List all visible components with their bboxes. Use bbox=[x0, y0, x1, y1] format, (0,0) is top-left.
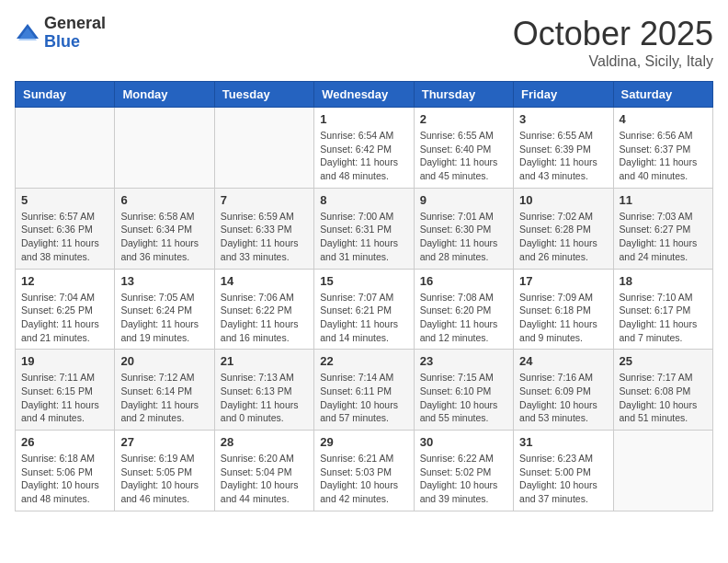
day-info: Sunrise: 6:57 AMSunset: 6:36 PMDaylight:… bbox=[21, 210, 108, 264]
day-number: 17 bbox=[519, 274, 607, 288]
day-info: Sunrise: 7:01 AMSunset: 6:30 PMDaylight:… bbox=[420, 210, 507, 264]
title-section: October 2025 Valdina, Sicily, Italy bbox=[513, 15, 713, 70]
calendar-cell: 5Sunrise: 6:57 AMSunset: 6:36 PMDaylight… bbox=[16, 188, 115, 269]
calendar-cell: 13Sunrise: 7:05 AMSunset: 6:24 PMDayligh… bbox=[115, 269, 214, 350]
calendar-cell: 10Sunrise: 7:02 AMSunset: 6:28 PMDayligh… bbox=[514, 188, 613, 269]
logo-general: General bbox=[44, 14, 106, 32]
calendar-cell: 6Sunrise: 6:58 AMSunset: 6:34 PMDaylight… bbox=[115, 188, 214, 269]
day-number: 31 bbox=[519, 435, 607, 449]
calendar-cell: 17Sunrise: 7:09 AMSunset: 6:18 PMDayligh… bbox=[514, 269, 613, 350]
day-info: Sunrise: 7:09 AMSunset: 6:18 PMDaylight:… bbox=[519, 291, 607, 345]
day-header-thursday: Thursday bbox=[414, 82, 513, 108]
calendar-cell bbox=[115, 108, 214, 189]
day-info: Sunrise: 7:04 AMSunset: 6:25 PMDaylight:… bbox=[21, 291, 108, 345]
day-info: Sunrise: 6:56 AMSunset: 6:37 PMDaylight:… bbox=[620, 129, 707, 183]
day-number: 20 bbox=[120, 354, 208, 368]
day-info: Sunrise: 6:55 AMSunset: 6:39 PMDaylight:… bbox=[519, 129, 607, 183]
calendar-cell: 11Sunrise: 7:03 AMSunset: 6:27 PMDayligh… bbox=[613, 188, 712, 269]
calendar-cell: 15Sunrise: 7:07 AMSunset: 6:21 PMDayligh… bbox=[314, 269, 414, 350]
day-number: 29 bbox=[320, 435, 407, 449]
calendar-cell: 18Sunrise: 7:10 AMSunset: 6:17 PMDayligh… bbox=[613, 269, 712, 350]
day-info: Sunrise: 6:19 AMSunset: 5:05 PMDaylight:… bbox=[120, 452, 208, 506]
page-header: General Blue October 2025 Valdina, Sicil… bbox=[15, 15, 713, 70]
day-number: 3 bbox=[519, 112, 607, 126]
calendar-week-row: 26Sunrise: 6:18 AMSunset: 5:06 PMDayligh… bbox=[16, 431, 713, 511]
day-number: 5 bbox=[21, 193, 108, 207]
day-number: 14 bbox=[221, 274, 308, 288]
day-info: Sunrise: 6:18 AMSunset: 5:06 PMDaylight:… bbox=[21, 452, 108, 506]
calendar-cell: 27Sunrise: 6:19 AMSunset: 5:05 PMDayligh… bbox=[115, 431, 214, 511]
calendar-cell: 4Sunrise: 6:56 AMSunset: 6:37 PMDaylight… bbox=[613, 108, 712, 189]
day-number: 30 bbox=[420, 435, 507, 449]
day-number: 2 bbox=[420, 112, 507, 126]
day-info: Sunrise: 7:02 AMSunset: 6:28 PMDaylight:… bbox=[519, 210, 607, 264]
day-header-sunday: Sunday bbox=[16, 82, 115, 108]
day-number: 28 bbox=[221, 435, 308, 449]
calendar-week-row: 19Sunrise: 7:11 AMSunset: 6:15 PMDayligh… bbox=[16, 350, 713, 431]
day-info: Sunrise: 6:20 AMSunset: 5:04 PMDaylight:… bbox=[221, 452, 308, 506]
calendar-cell bbox=[214, 108, 313, 189]
day-number: 9 bbox=[420, 193, 507, 207]
day-number: 1 bbox=[320, 112, 407, 126]
calendar-cell: 26Sunrise: 6:18 AMSunset: 5:06 PMDayligh… bbox=[16, 431, 115, 511]
day-info: Sunrise: 7:15 AMSunset: 6:10 PMDaylight:… bbox=[420, 371, 507, 425]
day-number: 25 bbox=[620, 354, 707, 368]
calendar-week-row: 1Sunrise: 6:54 AMSunset: 6:42 PMDaylight… bbox=[16, 108, 713, 189]
day-info: Sunrise: 7:13 AMSunset: 6:13 PMDaylight:… bbox=[221, 371, 308, 425]
day-info: Sunrise: 7:16 AMSunset: 6:09 PMDaylight:… bbox=[519, 371, 607, 425]
calendar-cell: 25Sunrise: 7:17 AMSunset: 6:08 PMDayligh… bbox=[613, 350, 712, 431]
day-info: Sunrise: 6:55 AMSunset: 6:40 PMDaylight:… bbox=[420, 129, 507, 183]
logo-icon bbox=[15, 20, 40, 46]
day-number: 26 bbox=[21, 435, 108, 449]
day-number: 24 bbox=[519, 354, 607, 368]
calendar-cell: 29Sunrise: 6:21 AMSunset: 5:03 PMDayligh… bbox=[314, 431, 414, 511]
day-info: Sunrise: 7:07 AMSunset: 6:21 PMDaylight:… bbox=[320, 291, 407, 345]
calendar-cell: 24Sunrise: 7:16 AMSunset: 6:09 PMDayligh… bbox=[514, 350, 613, 431]
day-number: 8 bbox=[320, 193, 407, 207]
calendar-cell: 14Sunrise: 7:06 AMSunset: 6:22 PMDayligh… bbox=[214, 269, 313, 350]
month-title: October 2025 bbox=[513, 15, 713, 53]
calendar-cell: 8Sunrise: 7:00 AMSunset: 6:31 PMDaylight… bbox=[314, 188, 414, 269]
calendar-table: SundayMondayTuesdayWednesdayThursdayFrid… bbox=[15, 81, 713, 511]
day-info: Sunrise: 7:10 AMSunset: 6:17 PMDaylight:… bbox=[620, 291, 707, 345]
logo-text: General Blue bbox=[44, 15, 106, 52]
calendar-cell: 16Sunrise: 7:08 AMSunset: 6:20 PMDayligh… bbox=[414, 269, 513, 350]
day-info: Sunrise: 7:14 AMSunset: 6:11 PMDaylight:… bbox=[320, 371, 407, 425]
day-number: 19 bbox=[21, 354, 108, 368]
location-subtitle: Valdina, Sicily, Italy bbox=[513, 53, 713, 70]
day-info: Sunrise: 7:05 AMSunset: 6:24 PMDaylight:… bbox=[120, 291, 208, 345]
day-number: 11 bbox=[620, 193, 707, 207]
day-number: 4 bbox=[620, 112, 707, 126]
day-info: Sunrise: 7:06 AMSunset: 6:22 PMDaylight:… bbox=[221, 291, 308, 345]
day-info: Sunrise: 7:12 AMSunset: 6:14 PMDaylight:… bbox=[120, 371, 208, 425]
day-info: Sunrise: 7:08 AMSunset: 6:20 PMDaylight:… bbox=[420, 291, 507, 345]
day-number: 10 bbox=[519, 193, 607, 207]
day-number: 7 bbox=[221, 193, 308, 207]
calendar-cell: 12Sunrise: 7:04 AMSunset: 6:25 PMDayligh… bbox=[16, 269, 115, 350]
calendar-cell: 7Sunrise: 6:59 AMSunset: 6:33 PMDaylight… bbox=[214, 188, 313, 269]
logo: General Blue bbox=[15, 15, 106, 52]
calendar-header-row: SundayMondayTuesdayWednesdayThursdayFrid… bbox=[16, 82, 713, 108]
day-header-friday: Friday bbox=[514, 82, 613, 108]
calendar-cell: 1Sunrise: 6:54 AMSunset: 6:42 PMDaylight… bbox=[314, 108, 414, 189]
calendar-cell: 21Sunrise: 7:13 AMSunset: 6:13 PMDayligh… bbox=[214, 350, 313, 431]
day-number: 23 bbox=[420, 354, 507, 368]
day-info: Sunrise: 6:54 AMSunset: 6:42 PMDaylight:… bbox=[320, 129, 407, 183]
day-info: Sunrise: 7:00 AMSunset: 6:31 PMDaylight:… bbox=[320, 210, 407, 264]
calendar-cell: 28Sunrise: 6:20 AMSunset: 5:04 PMDayligh… bbox=[214, 431, 313, 511]
day-number: 13 bbox=[120, 274, 208, 288]
calendar-cell: 23Sunrise: 7:15 AMSunset: 6:10 PMDayligh… bbox=[414, 350, 513, 431]
calendar-cell: 31Sunrise: 6:23 AMSunset: 5:00 PMDayligh… bbox=[514, 431, 613, 511]
day-info: Sunrise: 7:03 AMSunset: 6:27 PMDaylight:… bbox=[620, 210, 707, 264]
day-header-saturday: Saturday bbox=[613, 82, 712, 108]
calendar-cell: 22Sunrise: 7:14 AMSunset: 6:11 PMDayligh… bbox=[314, 350, 414, 431]
logo-blue: Blue bbox=[44, 32, 80, 51]
day-number: 27 bbox=[120, 435, 208, 449]
day-number: 22 bbox=[320, 354, 407, 368]
calendar-cell: 3Sunrise: 6:55 AMSunset: 6:39 PMDaylight… bbox=[514, 108, 613, 189]
day-info: Sunrise: 6:58 AMSunset: 6:34 PMDaylight:… bbox=[120, 210, 208, 264]
day-number: 6 bbox=[120, 193, 208, 207]
calendar-cell: 19Sunrise: 7:11 AMSunset: 6:15 PMDayligh… bbox=[16, 350, 115, 431]
day-info: Sunrise: 6:22 AMSunset: 5:02 PMDaylight:… bbox=[420, 452, 507, 506]
day-number: 16 bbox=[420, 274, 507, 288]
